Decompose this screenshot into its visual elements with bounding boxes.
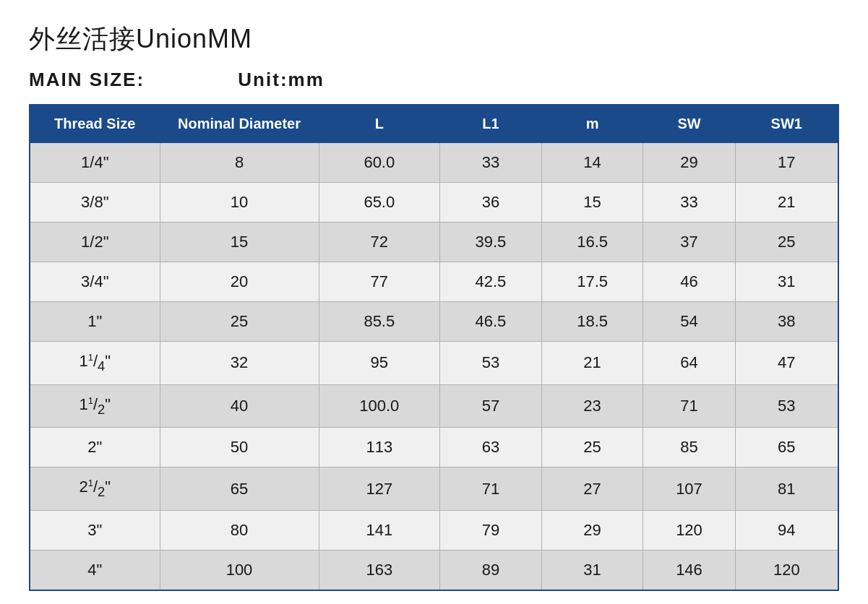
table-row: 11/4"329553216447: [30, 342, 838, 385]
cell-nd: 25: [160, 302, 319, 342]
cell-l1: 79: [440, 511, 542, 551]
col-header-l1: L1: [440, 105, 542, 143]
cell-m: 17.5: [541, 262, 643, 302]
cell-sw: 29: [643, 143, 735, 183]
cell-nd: 10: [160, 183, 319, 223]
cell-l: 113: [319, 428, 440, 467]
table-row: 3/4"207742.517.54631: [30, 262, 838, 302]
cell-l1: 63: [440, 428, 542, 467]
cell-sw1: 47: [735, 342, 838, 385]
cell-l1: 42.5: [440, 262, 542, 302]
cell-thread-size: 1/4": [30, 143, 160, 183]
table-row: 11/2"40100.057237153: [30, 384, 838, 428]
cell-m: 21: [541, 342, 643, 385]
cell-l: 127: [319, 467, 440, 511]
cell-nd: 15: [160, 223, 319, 262]
cell-l1: 57: [440, 384, 542, 428]
subtitle-main: MAIN SIZE:: [29, 69, 145, 90]
cell-sw: 120: [643, 511, 735, 551]
cell-thread-size: 3/8": [30, 183, 160, 223]
subtitle: MAIN SIZE: Unit:mm: [29, 69, 839, 91]
cell-l: 163: [319, 551, 440, 591]
cell-nd: 40: [160, 384, 319, 428]
cell-l1: 46.5: [440, 302, 542, 342]
cell-thread-size: 1/2": [30, 223, 160, 262]
cell-sw: 33: [643, 183, 735, 223]
col-header-l: L: [319, 105, 440, 143]
cell-nd: 20: [160, 262, 319, 302]
subtitle-unit: Unit:mm: [238, 69, 324, 90]
cell-thread-size: 3": [30, 511, 160, 551]
cell-sw1: 65: [735, 428, 838, 467]
cell-m: 14: [541, 143, 643, 183]
cell-l1: 89: [440, 551, 542, 591]
table-row: 1/4"860.033142917: [30, 143, 838, 183]
cell-l1: 39.5: [440, 223, 542, 262]
cell-m: 31: [541, 551, 643, 591]
cell-l: 77: [319, 262, 440, 302]
cell-m: 27: [541, 467, 643, 511]
table-row: 21/2"65127712710781: [30, 467, 838, 511]
cell-l: 72: [319, 223, 440, 262]
cell-sw: 64: [643, 342, 735, 385]
cell-nd: 8: [160, 143, 319, 183]
cell-sw1: 17: [735, 143, 838, 183]
cell-sw1: 81: [735, 467, 838, 511]
cell-l: 141: [319, 511, 440, 551]
col-header-sw: SW: [643, 105, 735, 143]
cell-l: 65.0: [319, 183, 440, 223]
cell-m: 29: [541, 511, 643, 551]
cell-thread-size: 3/4": [30, 262, 160, 302]
table-row: 1"2585.546.518.55438: [30, 302, 838, 342]
cell-sw1: 94: [735, 511, 838, 551]
cell-sw1: 25: [735, 223, 838, 262]
col-header-sw1: SW1: [735, 105, 838, 143]
table-row: 2"5011363258565: [30, 428, 838, 467]
table-row: 1/2"157239.516.53725: [30, 223, 838, 262]
cell-sw: 54: [643, 302, 735, 342]
cell-nd: 100: [160, 551, 319, 591]
col-header-m: m: [541, 105, 643, 143]
cell-m: 23: [541, 384, 643, 428]
cell-sw: 107: [643, 467, 735, 511]
cell-sw: 146: [643, 551, 735, 591]
cell-thread-size: 11/2": [30, 384, 160, 428]
cell-thread-size: 2": [30, 428, 160, 467]
cell-sw1: 31: [735, 262, 838, 302]
cell-l1: 36: [440, 183, 542, 223]
cell-sw1: 38: [735, 302, 838, 342]
cell-thread-size: 1": [30, 302, 160, 342]
cell-m: 18.5: [541, 302, 643, 342]
col-header-nominal-diameter: Nominal Diameter: [160, 105, 319, 143]
page-title: 外丝活接UnionMM: [29, 22, 839, 57]
cell-nd: 32: [160, 342, 319, 385]
cell-l: 85.5: [319, 302, 440, 342]
cell-l: 60.0: [319, 143, 440, 183]
cell-sw: 71: [643, 384, 735, 428]
col-header-thread-size: Thread Size: [30, 105, 160, 143]
cell-m: 15: [541, 183, 643, 223]
cell-nd: 80: [160, 511, 319, 551]
cell-thread-size: 21/2": [30, 467, 160, 511]
cell-thread-size: 4": [30, 551, 160, 591]
cell-sw1: 120: [735, 551, 838, 591]
table-row: 4"1001638931146120: [30, 551, 838, 591]
cell-l: 100.0: [319, 384, 440, 428]
cell-sw: 85: [643, 428, 735, 467]
cell-l1: 71: [440, 467, 542, 511]
cell-sw: 37: [643, 223, 735, 262]
table-row: 3/8"1065.036153321: [30, 183, 838, 223]
cell-nd: 65: [160, 467, 319, 511]
cell-thread-size: 11/4": [30, 342, 160, 385]
table-row: 3"80141792912094: [30, 511, 838, 551]
cell-m: 16.5: [541, 223, 643, 262]
cell-nd: 50: [160, 428, 319, 467]
cell-sw1: 21: [735, 183, 838, 223]
cell-l1: 33: [440, 143, 542, 183]
table-header-row: Thread Size Nominal Diameter L L1 m SW S…: [30, 105, 838, 143]
cell-l: 95: [319, 342, 440, 385]
cell-sw: 46: [643, 262, 735, 302]
cell-sw1: 53: [735, 384, 838, 428]
cell-m: 25: [541, 428, 643, 467]
size-table: Thread Size Nominal Diameter L L1 m SW S…: [29, 104, 839, 591]
